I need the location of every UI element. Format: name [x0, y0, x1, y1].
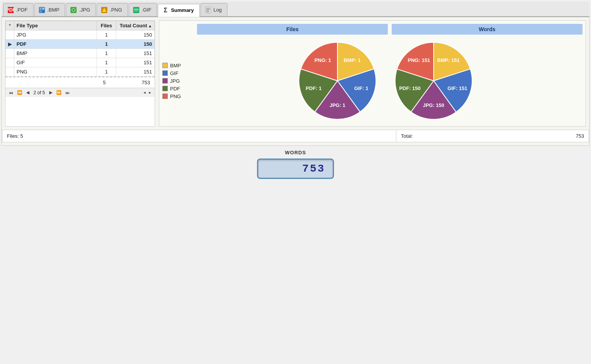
scroll-left[interactable]: ◂: [142, 90, 147, 95]
tab-summary-label: Summary: [171, 7, 194, 13]
pie-label: PDF: 150: [399, 85, 421, 91]
charts-container: BMP: 1GIF: 1JPG: 1PDF: 1PNG: 1 BMP: 151G…: [189, 38, 583, 123]
col-files[interactable]: Files: [97, 21, 116, 30]
row-marker: ▶: [6, 40, 14, 49]
chart-panel: Files Words BMPGIFJPGPDFPNG BMP: 1GIF: 1…: [159, 20, 586, 127]
pie-label: GIF: 1: [354, 85, 368, 91]
legend-item: PDF: [162, 86, 181, 92]
pie-label: JPG: 150: [423, 102, 444, 108]
row-marker: [6, 58, 14, 67]
table-panel: * File Type Files Total Count JPG 1 150 …: [5, 20, 155, 127]
main-content: * File Type Files Total Count JPG 1 150 …: [2, 17, 589, 146]
nav-prev-prev[interactable]: ⏪: [16, 90, 23, 95]
tab-log-label: Log: [214, 7, 222, 13]
svg-rect-17: [206, 8, 210, 9]
words-chart-title: Words: [392, 24, 583, 35]
table-row[interactable]: GIF 1 151: [6, 58, 155, 67]
row-count: 150: [116, 30, 155, 40]
legend-item: JPG: [162, 78, 181, 84]
svg-rect-4: [42, 8, 44, 10]
nav-last[interactable]: ⏭: [64, 90, 71, 95]
status-total: Total: 753: [396, 130, 589, 142]
jpg-icon: [70, 7, 77, 13]
tab-bmp-label: .BMP: [47, 7, 60, 13]
nav-prev[interactable]: ◀: [25, 90, 30, 95]
row-filetype: PNG: [14, 67, 97, 77]
pie-label: PDF: 1: [306, 85, 322, 91]
legend-color-swatch: [162, 78, 168, 83]
lcd-display: 753: [257, 159, 334, 179]
table-row[interactable]: ▶ PDF 1 150: [6, 40, 155, 49]
row-marker: [6, 67, 14, 77]
total-value: 753: [576, 133, 584, 139]
pie-label: PNG: 1: [314, 57, 331, 63]
row-files: 1: [97, 30, 116, 40]
tab-gif-label: .GIF: [142, 7, 151, 13]
tab-log[interactable]: Log: [200, 3, 228, 16]
legend-item: GIF: [162, 70, 181, 76]
pdf-icon: PDF: [7, 7, 14, 13]
svg-rect-3: [40, 8, 42, 10]
svg-rect-19: [206, 10, 209, 11]
svg-point-9: [73, 9, 74, 11]
files-chart-title: Files: [197, 24, 388, 35]
pie-label: BMP: 1: [344, 57, 361, 63]
row-files: 1: [97, 49, 116, 58]
tab-jpg[interactable]: .JPG: [66, 3, 96, 16]
tab-summary[interactable]: Σ Summary: [158, 4, 199, 17]
nav-next-next[interactable]: ⏩: [55, 90, 63, 95]
legend-label: BMP: [170, 63, 181, 68]
chart-header: Files Words: [162, 24, 583, 35]
legend-color-swatch: [162, 86, 168, 91]
col-filetype[interactable]: File Type: [14, 21, 97, 30]
tab-bmp[interactable]: .BMP: [34, 3, 65, 16]
svg-text:PDF: PDF: [7, 7, 14, 13]
tab-png-label: .PNG: [110, 7, 122, 13]
row-count: 151: [116, 58, 155, 67]
table-row[interactable]: PNG 1 151: [6, 67, 155, 77]
table-nav: ⏮ ⏪ ◀ 2 of 5 ▶ ⏩ ⏭ ◂ ▸: [5, 88, 155, 97]
col-count[interactable]: Total Count: [116, 21, 155, 30]
legend-item: PNG: [162, 94, 181, 99]
pie-label: BMP: 151: [437, 57, 460, 63]
col-marker: *: [6, 21, 14, 30]
bottom-section: WORDS 753: [2, 146, 589, 183]
tab-pdf-label: .PDF: [16, 7, 28, 13]
nav-next[interactable]: ▶: [48, 90, 53, 95]
table-row[interactable]: BMP 1 151: [6, 49, 155, 58]
status-bar: Files: 5 Total: 753: [2, 130, 589, 142]
scroll-right[interactable]: ▸: [148, 90, 152, 95]
table-row[interactable]: JPG 1 150: [6, 30, 155, 40]
row-marker: [6, 49, 14, 58]
tab-jpg-label: .JPG: [79, 7, 90, 13]
row-filetype: BMP: [14, 49, 97, 58]
legend-label: GIF: [170, 70, 179, 76]
words-section-label: WORDS: [285, 150, 306, 155]
legend-label: PNG: [170, 94, 181, 99]
row-files: 1: [97, 67, 116, 77]
svg-rect-5: [40, 10, 42, 12]
tab-pdf[interactable]: PDF .PDF: [3, 3, 33, 16]
tab-png[interactable]: .PNG: [97, 3, 128, 16]
svg-rect-16: [205, 7, 211, 13]
nav-first[interactable]: ⏮: [8, 90, 14, 95]
log-icon: [205, 7, 212, 13]
words-pie-wrapper: BMP: 151GIF: 151JPG: 150PDF: 150PNG: 151: [391, 38, 476, 123]
row-filetype: JPG: [14, 30, 97, 40]
files-pie-chart: BMP: 1GIF: 1JPG: 1PDF: 1PNG: 1: [295, 38, 380, 123]
footer-count: 753: [114, 79, 152, 86]
row-count: 151: [116, 67, 155, 77]
svg-rect-13: [134, 9, 139, 10]
data-table: * File Type Files Total Count JPG 1 150 …: [5, 21, 155, 77]
words-pie-chart: BMP: 151GIF: 151JPG: 150PDF: 150PNG: 151: [391, 38, 476, 123]
legend-color-swatch: [162, 63, 168, 68]
row-filetype: PDF: [14, 40, 97, 49]
svg-rect-20: [206, 12, 209, 12]
row-files: 1: [97, 58, 116, 67]
tab-gif[interactable]: .GIF: [129, 3, 157, 16]
gif-icon: [133, 7, 140, 13]
bmp-icon: [38, 7, 45, 13]
tab-bar: PDF .PDF .BMP: [2, 2, 589, 17]
legend-label: PDF: [170, 86, 180, 92]
chart-legend: BMPGIFJPGPDFPNG: [162, 63, 181, 99]
